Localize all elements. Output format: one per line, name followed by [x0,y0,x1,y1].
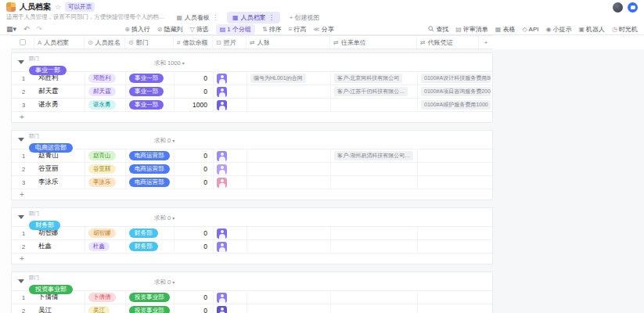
cell-name[interactable]: 李泳乐 [35,176,85,189]
cell-loan-balance[interactable]: 0 [174,85,214,98]
group-summary[interactable]: 求和 1000 ▾ [154,59,185,67]
cell-voucher-links[interactable] [418,163,493,175]
cell-person-tag[interactable]: 郝天霆 [85,85,126,98]
collapse-caret-icon[interactable] [18,60,24,64]
sort-button[interactable]: ⇅排序 [262,25,282,34]
column-header-checkbox[interactable] [11,36,34,49]
cell-name[interactable]: 杜鑫 [35,240,85,253]
cell-company-links[interactable]: 客户-江苏千仞科技有限公… [331,85,418,98]
机器人-button[interactable]: ▣机器人 [578,25,605,34]
cell-person-tag[interactable]: 李泳乐 [85,176,126,189]
group-header[interactable]: 部门电商运营部求和 0 ▾ [12,131,492,149]
cell-name[interactable]: 谷亚丽 [35,163,85,175]
cell-department[interactable]: 事业一部 [126,85,174,98]
cell-people-links[interactable] [247,304,331,313]
cell-loan-balance[interactable]: 1000 [174,99,214,111]
cell-name[interactable]: 郝天霆 [35,85,85,98]
cell-company-links[interactable] [331,304,418,313]
add-record-button[interactable]: + [12,254,492,264]
评审清单-button[interactable]: ▤评审清单 [455,25,488,34]
tab-人员档案[interactable]: ▦人员档案⋮ [227,12,280,23]
help-chat-icon[interactable] [628,2,638,13]
row-height-button[interactable]: ≡行高 [289,25,307,34]
group-summary[interactable]: 求和 0 ▾ [154,137,174,145]
cell-loan-balance[interactable]: 0 [174,163,214,175]
cell-photo[interactable] [214,99,247,111]
add-view-button[interactable]: + 创建视图 [290,13,320,22]
cell-loan-balance[interactable]: 0 [174,240,214,253]
cell-person-tag[interactable]: 杜鑫 [85,240,126,253]
column-header-人员姓名[interactable]: ⊙人员姓名 [85,36,125,49]
cell-voucher-links[interactable] [418,240,493,253]
filter-button[interactable]: ▽筛选 [190,25,209,34]
add-record-button[interactable]: + [12,112,492,122]
linked-record-tag[interactable]: 客户-江苏千仞科技有限公… [334,87,408,96]
group-header[interactable]: 部门投资事业部求和 0 ▾ [12,272,492,291]
cell-loan-balance[interactable]: 0 [174,304,214,313]
cell-people-links[interactable] [247,99,331,111]
group-header[interactable]: 部门财务部求和 0 ▾ [12,208,492,227]
cell-people-links[interactable] [247,176,331,189]
share-button[interactable]: ≪分享 [313,25,333,34]
cell-voucher-links[interactable] [418,176,493,189]
column-header-照片[interactable]: ⊡照片 [213,36,246,49]
insert-row-button[interactable]: ⊕插入行 [124,25,150,34]
kebab-menu-icon[interactable]: ⋮ [212,14,218,21]
tab-人员看板[interactable]: ▦人员看板⋮ [171,12,225,23]
select-all-checkbox[interactable] [20,39,26,45]
column-header-人脉[interactable]: ⇄人脉 [246,36,330,49]
row-number[interactable]: 3 [12,99,35,111]
cell-photo[interactable] [214,163,247,175]
cell-company-links[interactable] [331,99,418,111]
cell-photo[interactable] [214,176,247,189]
undo-icon[interactable]: ↶ [23,25,30,33]
add-record-button[interactable]: + [12,189,492,200]
group-summary[interactable]: 求和 0 ▾ [154,279,174,286]
cell-voucher-links[interactable] [418,304,493,313]
kebab-menu-icon[interactable]: ⋮ [268,14,275,21]
cell-department[interactable]: 事业一部 [126,99,174,111]
column-header-代账凭证[interactable]: ⇄代账凭证 [417,36,479,49]
cell-voucher-links[interactable]: 0100#A项目咨询服务费2000000100#A项目 [418,85,493,98]
cell-company-links[interactable] [331,163,418,175]
时光机-button[interactable]: ◷时光机 [612,25,638,34]
row-number[interactable]: 3 [12,176,35,189]
user-avatar[interactable] [613,2,623,13]
cell-people-links[interactable] [247,85,331,98]
cell-department[interactable]: 财务部 [126,240,174,253]
group-button[interactable]: ▤1 个分组 [216,24,255,34]
cell-department[interactable]: 投资事业部 [126,304,174,313]
cell-department[interactable]: 电商运营部 [126,163,174,175]
linked-record-tag[interactable]: 0100#A项目咨询服务费200000 [421,87,491,96]
cell-people-links[interactable] [247,240,331,253]
cell-department[interactable]: 电商运营部 [126,176,174,189]
表格-button[interactable]: ▦表格 [495,25,516,34]
cell-photo[interactable] [214,85,247,98]
group-summary[interactable]: 求和 0 ▾ [154,214,174,222]
cell-voucher-links[interactable]: 0100#A维护服务费用10000100#A维护 [418,99,493,111]
column-header-往来单位[interactable]: ⇄往来单位 [330,36,417,49]
cell-company-links[interactable] [331,240,418,253]
cell-loan-balance[interactable]: 0 [174,176,214,189]
column-header-部门[interactable]: ⊙部门 [125,36,174,49]
查找-button[interactable]: 查找 [428,25,448,34]
cell-name[interactable]: 谌永勇 [35,99,85,111]
row-number[interactable]: 2 [12,304,35,313]
cell-photo[interactable] [214,240,247,253]
小提示-button[interactable]: ◉小提示 [545,25,571,34]
cell-company-links[interactable] [331,176,418,189]
cell-name[interactable]: 吴江 [35,304,85,313]
cell-photo[interactable] [214,304,247,313]
row-number[interactable]: 2 [12,85,35,98]
column-header-借款余额[interactable]: #借款余额 [174,36,213,49]
linked-record-tag[interactable]: 0100#A维护服务费用1000 [421,100,491,110]
star-icon[interactable]: ☆ [55,3,61,11]
column-header-plus-icon[interactable]: + [479,36,493,49]
redo-icon[interactable]: ↷ [37,25,43,33]
view-switcher-icon[interactable]: ▦▾ [6,25,16,33]
collapse-caret-icon[interactable] [18,215,24,219]
collapse-caret-icon[interactable] [18,138,24,142]
hide-fields-button[interactable]: ⊘隐藏列 [157,25,183,34]
API-button[interactable]: ◇API [522,26,538,33]
row-number[interactable]: 2 [12,240,35,253]
